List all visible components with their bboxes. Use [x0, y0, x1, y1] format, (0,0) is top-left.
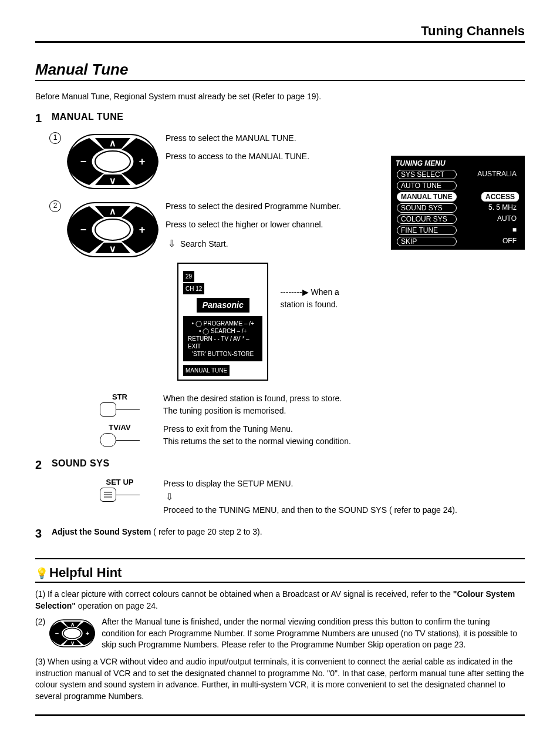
- osd-channel-top: 29: [183, 271, 194, 282]
- svg-text:−: −: [80, 224, 87, 236]
- tvav-label: TV/AV: [100, 423, 140, 432]
- svg-text:∧: ∧: [70, 621, 75, 627]
- osd-screen: 29 CH 12 Panasonic • ◯ PROGRAMME – /+ • …: [177, 263, 268, 381]
- hint-item: (3) When using a VCR without video and a…: [35, 656, 525, 702]
- tuning-menu-osd: TUNING MENU SYS SELECTAUSTRALIA AUTO TUN…: [391, 156, 525, 250]
- svg-text:−: −: [80, 156, 87, 167]
- str-button-icon: [100, 402, 116, 417]
- menu-value: ACCESS: [481, 192, 519, 202]
- menu-value: ■: [510, 226, 519, 235]
- svg-text:∨: ∨: [70, 640, 75, 646]
- instruction-text: This returns the set to the normal viewi…: [163, 435, 351, 448]
- menu-item: SOUND SYS: [397, 203, 457, 213]
- osd-line: RETURN - - TV / AV * – EXIT: [188, 335, 258, 350]
- svg-text:−: −: [55, 630, 59, 637]
- brand-badge: Panasonic: [197, 298, 249, 313]
- page-title: Manual Tune: [35, 61, 525, 81]
- svg-text:∨: ∨: [109, 176, 116, 186]
- menu-item: SYS SELECT: [397, 170, 457, 179]
- found-label: When a station is found.: [280, 287, 339, 309]
- svg-point-16: [63, 628, 81, 639]
- menu-value: [514, 181, 519, 190]
- instruction-text: Proceed to the TUNING MENU, and then to …: [163, 504, 457, 516]
- hint-heading: 💡Helpful Hint: [35, 558, 525, 583]
- instruction-text: Search Start.: [180, 239, 228, 249]
- tvav-button-icon: [100, 433, 116, 447]
- instruction-text: Press to select the MANUAL TUNE.: [166, 132, 309, 145]
- menu-value: 5. 5 MHz: [486, 203, 519, 213]
- menu-item: FINE TUNE: [397, 226, 457, 235]
- menu-item: AUTO TUNE: [397, 181, 457, 190]
- svg-text:+: +: [139, 156, 146, 167]
- svg-text:+: +: [139, 224, 146, 236]
- osd-channel: CH 12: [183, 283, 204, 294]
- step3-rest: ( refer to page 20 step 2 to 3).: [151, 527, 262, 536]
- instruction-text: When the desired station is found, press…: [163, 392, 342, 405]
- step-2: 2 SOUND SYS SET UP Press to display the …: [35, 458, 525, 516]
- menu-value: AUTO: [495, 214, 519, 224]
- step-1: 1 MANUAL TUNE TUNING MENU SYS SELECTAUST…: [35, 112, 525, 448]
- setup-label: SET UP: [100, 478, 140, 486]
- step-3: 3 Adjust the Sound System ( refer to pag…: [35, 527, 525, 540]
- osd-line: • ◯ PROGRAMME – /+: [188, 320, 258, 327]
- osd-line: • ◯ SEARCH – /+: [188, 327, 258, 335]
- hint-number: (2): [35, 616, 45, 628]
- instruction-text: Press to select the higher or lower chan…: [166, 219, 353, 231]
- menu-title: TUNING MENU: [393, 158, 522, 169]
- step-number: 1: [35, 112, 49, 125]
- svg-point-1: [95, 151, 130, 172]
- instruction-text: The tuning position is memorised.: [163, 405, 342, 417]
- navpad-icon: ∧ ∨ − +: [66, 200, 160, 259]
- lightbulb-icon: 💡: [35, 568, 48, 579]
- substep-marker: 1: [49, 132, 61, 144]
- step-number: 3: [35, 527, 49, 540]
- navpad-icon: ∧ ∨ − +: [66, 132, 160, 191]
- svg-text:∨: ∨: [109, 244, 116, 254]
- instruction-text: Press to access to the MANUAL TUNE.: [166, 150, 309, 163]
- down-arrow-icon: ⇩: [166, 492, 173, 502]
- step3-bold: Adjust the Sound System: [52, 527, 151, 536]
- page-header: Tuning Channels: [35, 24, 525, 43]
- menu-value: AUSTRALIA: [475, 170, 519, 179]
- intro-text: Before Manual Tune, Regional System must…: [35, 92, 525, 101]
- osd-line: 'STR' BUTTON-STORE: [188, 350, 258, 358]
- substep-marker: 2: [49, 200, 61, 212]
- step-number: 2: [35, 458, 49, 472]
- hint-list: (1) If a clear picture with correct colo…: [35, 589, 525, 703]
- instruction-text: Press to display the SETUP MENU.: [163, 478, 457, 490]
- svg-point-7: [95, 219, 130, 240]
- footer-rule: [35, 714, 525, 716]
- svg-text:∧: ∧: [109, 138, 116, 148]
- instruction-text: Press to select the desired Programme Nu…: [166, 200, 353, 213]
- step-heading: MANUAL TUNE: [52, 112, 124, 122]
- down-arrow-icon: ⇩: [168, 239, 176, 249]
- osd-mode-tag: MANUAL TUNE: [183, 365, 230, 376]
- setup-button-icon: [100, 488, 116, 502]
- str-label: STR: [100, 392, 140, 401]
- menu-item: MANUAL TUNE: [397, 192, 457, 202]
- navpad-small-icon: ∧ ∨ − +: [49, 619, 96, 652]
- menu-item: COLOUR SYS: [397, 214, 457, 224]
- menu-item: SKIP: [397, 237, 457, 246]
- step-heading: SOUND SYS: [52, 458, 110, 468]
- svg-text:+: +: [86, 630, 89, 637]
- svg-text:∧: ∧: [109, 206, 116, 216]
- hint-item: (2) ∧ ∨ − + After the Manual tune is fin…: [35, 616, 525, 652]
- instruction-text: Press to exit from the Tuning Menu.: [163, 423, 351, 435]
- menu-value: OFF: [500, 237, 519, 246]
- hint-item: (1) If a clear picture with correct colo…: [35, 589, 525, 612]
